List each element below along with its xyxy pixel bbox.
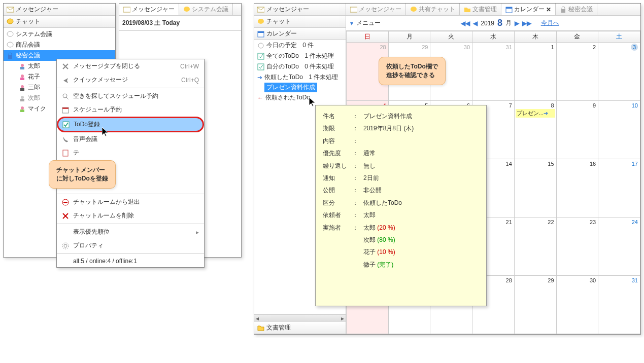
svg-rect-30 — [258, 53, 264, 59]
my-todo[interactable]: 自分のToDo 0 件未処理 — [254, 61, 346, 72]
lock-icon — [7, 52, 14, 59]
room-system[interactable]: システム会議 — [4, 29, 115, 40]
menu-label[interactable]: メニュー — [356, 19, 381, 27]
cursor-icon — [102, 127, 109, 137]
room-product[interactable]: 商品会議 — [4, 40, 115, 50]
tab-system[interactable]: システム会議 — [179, 4, 233, 15]
ctx-todo[interactable]: ToDo登録 — [62, 120, 198, 129]
svg-point-9 — [21, 85, 24, 88]
scroll-left-icon[interactable]: ◂ — [254, 315, 260, 322]
svg-rect-32 — [350, 7, 357, 12]
svg-point-5 — [21, 64, 24, 67]
today-sched[interactable]: 今日の予定 0 件 — [254, 40, 346, 51]
todo-item-selected[interactable]: プレゼン資料作成 — [264, 83, 317, 92]
main-tabs: メッセンジャー 共有チャット 文書管理 カレンダー ✕ 秘密会議 — [346, 4, 640, 16]
svg-point-16 — [184, 7, 190, 12]
r-cal[interactable]: カレンダー — [254, 28, 346, 40]
ctx-find-sched[interactable]: 空きを探してスケジュール予約 — [57, 89, 204, 103]
r-header: メッセンジャー — [254, 4, 346, 16]
page-icon — [62, 150, 69, 157]
folder-icon — [257, 324, 264, 332]
year-label: 2019 — [481, 20, 494, 27]
left-title: メッセンジャー — [16, 5, 58, 14]
svg-rect-4 — [8, 55, 12, 59]
nav-prev[interactable]: ◀ — [473, 20, 478, 27]
tab-calendar[interactable]: カレンダー ✕ — [501, 4, 556, 15]
calendar-cell[interactable]: 31 — [598, 276, 640, 334]
svg-point-33 — [411, 7, 417, 12]
calendar-icon — [62, 106, 69, 114]
callout-1: チャットメンバーに対しToDoを登録 — [49, 160, 116, 189]
lock-icon — [560, 6, 567, 13]
scroll-right-icon[interactable]: ▸ — [340, 315, 346, 322]
calendar-cell[interactable]: 23 — [556, 217, 598, 276]
calendar-cell[interactable]: 2 — [556, 43, 598, 101]
calendar-cell[interactable]: 1 — [514, 43, 556, 101]
calendar-cell[interactable]: 17 — [598, 159, 640, 217]
calendar-icon — [505, 6, 513, 13]
check-icon — [257, 63, 264, 70]
all-todo[interactable]: 全てのToDo 1 件未処理 — [254, 51, 346, 61]
day-header: 火 — [430, 31, 472, 43]
mail-icon — [257, 6, 264, 13]
nav-first[interactable]: ◀◀ — [461, 20, 470, 27]
ctx-close-tab[interactable]: メッセージタブを閉じるCtrl+W — [57, 59, 204, 73]
tab-doc[interactable]: 文書管理 — [460, 4, 501, 15]
svg-rect-15 — [123, 7, 130, 12]
svg-point-24 — [62, 243, 69, 249]
chat-icon — [7, 31, 14, 38]
calendar-cell[interactable]: 3 — [598, 43, 640, 101]
folder-icon — [464, 6, 471, 13]
tab-messenger[interactable]: メッセンジャー — [346, 4, 406, 15]
calendar-cell[interactable]: 9 — [556, 101, 598, 159]
left-header: メッセンジャー — [4, 4, 115, 16]
req-todo[interactable]: ➔依頼したToDo 1 件未処理 — [254, 72, 346, 83]
svg-point-3 — [7, 42, 13, 47]
calendar-cell[interactable]: 30 — [556, 276, 598, 334]
user-icon — [19, 105, 26, 113]
nav-last[interactable]: ▶▶ — [522, 20, 531, 27]
calendar-cell[interactable]: 8プレゼン...➔ — [514, 101, 556, 159]
calendar-cell[interactable]: 10 — [598, 101, 640, 159]
chat-icon — [410, 6, 417, 13]
ctx-priority[interactable]: 表示優先順位▸ — [57, 225, 204, 239]
ctx-delete[interactable]: チャットルームを削除 — [57, 209, 204, 223]
cal-nav: ▾ メニュー ◀◀ ◀ 2019 8 月 ▶ ▶▶ 今月へ — [346, 16, 640, 31]
reply-icon — [62, 77, 69, 84]
h-scrollbar[interactable]: ◂▸ — [254, 314, 346, 322]
calendar-event[interactable]: プレゼン...➔ — [516, 109, 555, 118]
calendar-cell[interactable]: 15 — [514, 159, 556, 217]
menu-dropdown-icon[interactable]: ▾ — [350, 20, 353, 27]
tab-secret[interactable]: 秘密会議 — [556, 4, 597, 15]
ctx-sched[interactable]: スケジュール予約 — [57, 103, 204, 117]
calendar-cell[interactable]: 31 — [472, 43, 515, 101]
asked-todo[interactable]: ←依頼されたToDo — [254, 92, 346, 103]
chat-header[interactable]: チャット — [4, 16, 115, 28]
exit-icon — [62, 199, 69, 206]
ctx-exit[interactable]: チャットルームから退出 — [57, 195, 204, 209]
tab-messenger[interactable]: メッセンジャー — [119, 4, 179, 15]
day-header: 金 — [556, 31, 598, 43]
user-icon — [19, 74, 26, 81]
svg-point-7 — [21, 75, 24, 78]
this-month-link[interactable]: 今月へ — [541, 19, 559, 27]
calendar-cell[interactable]: 24 — [598, 217, 640, 276]
ctx-hidden[interactable]: テ — [57, 146, 204, 160]
tab-shared[interactable]: 共有チャット — [406, 4, 460, 15]
svg-rect-28 — [258, 31, 264, 33]
svg-point-17 — [63, 94, 67, 98]
tab-close-icon[interactable]: ✕ — [546, 6, 551, 13]
r-doc[interactable]: 文書管理 — [254, 322, 346, 334]
ctx-voice[interactable]: 音声会議 — [57, 132, 204, 146]
svg-point-11 — [21, 96, 24, 99]
ctx-quick[interactable]: クイックメッセージCtrl+Q — [57, 73, 204, 87]
ctx-property[interactable]: プロパティ — [57, 239, 204, 252]
day-header: 木 — [514, 31, 556, 43]
calendar-cell[interactable]: 22 — [514, 217, 556, 276]
dot-icon — [257, 42, 264, 49]
r-chat[interactable]: チャット — [254, 16, 346, 28]
calendar-cell[interactable]: 29 — [514, 276, 556, 334]
chat-icon — [257, 18, 264, 25]
nav-next[interactable]: ▶ — [515, 20, 519, 27]
calendar-cell[interactable]: 16 — [556, 159, 598, 217]
